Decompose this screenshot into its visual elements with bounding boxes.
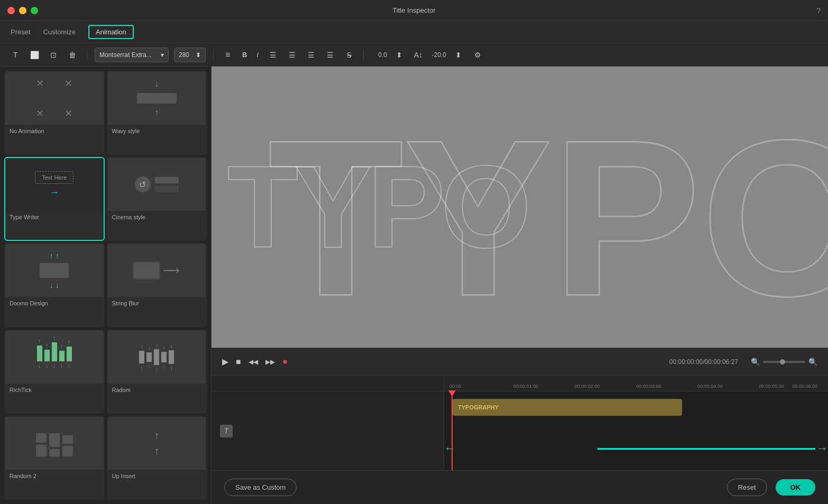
anim-item-doomo-design[interactable]: ↑ ↑ ↓ ↓ Doomo Design (4, 243, 105, 327)
strikethrough-icon[interactable]: S̶ (342, 48, 356, 62)
title-bar-right: ? (816, 6, 821, 15)
size-dropdown-arrow: ⬍ (196, 51, 201, 59)
anim-item-no-animation[interactable]: ✕ · ✕ · · · ✕ · ✕ No Animation (4, 71, 105, 155)
playhead[interactable] (452, 391, 453, 470)
playhead-head (448, 390, 456, 397)
anim-item-radom[interactable]: ↓ ↑ ↓ ↑ ↓ ↑ (107, 330, 207, 414)
font-dropdown-arrow: ▾ (161, 51, 164, 59)
anim-thumb-richtick: ↑ ↓ ↑ ↓ ↑ ↓ (5, 331, 104, 384)
anim-thumb-random-2 (5, 417, 104, 470)
tab-preset[interactable]: Preset (11, 26, 31, 38)
ruler-mark-5: 00:00:05:00 (759, 384, 784, 389)
anim-label-doomo-design: Doomo Design (5, 297, 104, 310)
align-left-icon[interactable]: ≡ (221, 48, 235, 62)
animation-grid: ✕ · ✕ · · · ✕ · ✕ No Animation (0, 67, 211, 504)
anim-label-wavy-style: Wavy style (108, 125, 206, 137)
close-button[interactable] (7, 7, 15, 14)
align-right-icon[interactable]: ☰ (285, 48, 299, 62)
anim-thumb-string-blur: ⟶ (108, 244, 206, 297)
transform-icon[interactable]: ⬜ (27, 48, 41, 62)
zoom-slider[interactable] (763, 361, 805, 363)
minimize-button[interactable] (19, 7, 26, 14)
text-size-icon[interactable]: A↕ (411, 48, 425, 62)
separator-3 (363, 50, 364, 60)
total-time: 00:00:06:27 (705, 358, 738, 366)
preview-text: TYPO (227, 149, 527, 265)
anim-item-cinema-style[interactable]: ↺ Cinema style (107, 157, 207, 241)
font-size-dropdown[interactable]: 280 ⬍ (174, 48, 206, 62)
anim-item-wavy-style[interactable]: ↓ ↑ Wavy style (107, 71, 207, 155)
zoom-controls: 🔍 🔍 (751, 358, 817, 366)
prev-button[interactable]: ◀◀ (249, 358, 258, 366)
tab-animation[interactable]: Animation (88, 25, 134, 39)
record-button[interactable]: ● (282, 356, 288, 367)
anim-item-random-2[interactable]: Random 2 (4, 416, 105, 500)
align-center-icon[interactable]: ☰ (266, 48, 280, 62)
toolbar: T ⬜ ⊡ 🗑 Montserrat Extra... ▾ 280 ⬍ ≡ B … (0, 43, 828, 67)
anim-label-random-2: Random 2 (5, 470, 104, 482)
track-block-label: TYPOGRAPHY (458, 404, 499, 410)
zoom-handle (780, 359, 785, 365)
value-1-stepper[interactable]: ⬍ (392, 48, 406, 62)
play-button[interactable]: ▶ (222, 357, 228, 367)
track-type-icon: T (220, 425, 233, 437)
font-family-dropdown[interactable]: Montserrat Extra... ▾ (95, 48, 169, 62)
anim-thumb-doomo-design: ↑ ↑ ↓ ↓ (5, 244, 104, 297)
next-button[interactable]: ▶▶ (265, 358, 275, 366)
tab-customize[interactable]: Customize (43, 26, 76, 38)
anim-label-type-writer: Type Writer (5, 211, 104, 223)
ruler-mark-1: 00:00:01:00 (513, 384, 539, 389)
track-block[interactable]: TYPOGRAPHY (453, 399, 682, 416)
question-icon[interactable]: ? (816, 6, 821, 15)
crop-icon[interactable]: ⊡ (47, 48, 60, 62)
preview-canvas: TYPO TYPO (211, 67, 828, 348)
zoom-out-icon[interactable]: 🔍 (751, 358, 760, 366)
justify-icon[interactable]: ☰ (304, 48, 318, 62)
italic-button[interactable]: I (254, 50, 261, 60)
maximize-button[interactable] (31, 7, 38, 14)
anim-label-no-animation: No Animation (5, 125, 104, 137)
animation-right-arrow: → (597, 442, 828, 455)
ruler-mark-3: 00:00:03:00 (636, 384, 661, 389)
reset-button[interactable]: Reset (727, 479, 767, 496)
anim-item-string-blur[interactable]: ⟶ String Blur (107, 243, 207, 327)
value-2-stepper[interactable]: ⬍ (452, 48, 465, 62)
ruler-left-spacer (211, 376, 444, 391)
ruler-mark-2: 00:00:02:00 (575, 384, 600, 389)
player-bar: ▶ ■ ◀◀ ▶▶ ● 00:00:00:00/00:00:06:27 🔍 🔍 (211, 348, 828, 375)
anim-thumb-wavy-style: ↓ ↑ (108, 72, 206, 125)
stop-button[interactable]: ■ (236, 357, 241, 367)
separator-2 (213, 50, 214, 60)
anim-item-richtick[interactable]: ↑ ↓ ↑ ↓ ↑ ↓ (4, 330, 105, 414)
window-controls (7, 7, 38, 14)
font-name-label: Montserrat Extra... (99, 51, 152, 59)
ruler-mark-0: 00:00 (449, 384, 462, 389)
value-1: 0.0 (371, 51, 387, 59)
anim-thumb-no-animation: ✕ · ✕ · · · ✕ · ✕ (5, 72, 104, 125)
timeline-area: 00:00 00:00:01:00 00:00:02:00 00:00:03:0… (211, 375, 828, 470)
anim-item-type-writer[interactable]: Text Here → Type Writer (4, 157, 105, 241)
bold-button[interactable]: B (240, 50, 249, 60)
anim-label-string-blur: String Blur (108, 297, 206, 310)
timeline-ruler-row: 00:00 00:00:01:00 00:00:02:00 00:00:03:0… (211, 376, 828, 391)
save-as-custom-button[interactable]: Save as Custom (224, 479, 297, 496)
animation-panel: ✕ · ✕ · · · ✕ · ✕ No Animation (0, 67, 211, 504)
bottom-bar: Save as Custom Reset OK (211, 470, 828, 504)
current-time: 00:00:00:00 (669, 358, 703, 366)
delete-icon[interactable]: 🗑 (66, 48, 79, 62)
settings-icon[interactable]: ⚙ (471, 48, 484, 62)
anim-label-up-insert: Up Insert (108, 470, 206, 482)
timeline-tracks: T TYPOGRAPHY ← (211, 391, 828, 470)
zoom-in-icon[interactable]: 🔍 (808, 358, 817, 366)
text-tool-icon[interactable]: T (8, 48, 22, 62)
anim-item-up-insert[interactable]: ↑ ↑ Up Insert (107, 416, 207, 500)
indent-icon[interactable]: ☰ (323, 48, 337, 62)
anim-label-cinema-style: Cinema style (108, 211, 206, 223)
preview-area: TYPO TYPO ▶ ■ ◀◀ ▶▶ ● 00:00:00:00/00:00:… (211, 67, 828, 504)
anim-label-richtick: RichTick (5, 384, 104, 396)
animation-left-arrow: ← (444, 442, 457, 455)
track-left: T (211, 391, 444, 470)
separator-1 (87, 50, 87, 60)
ok-button[interactable]: OK (776, 479, 816, 496)
anim-thumb-up-insert: ↑ ↑ (108, 417, 206, 470)
